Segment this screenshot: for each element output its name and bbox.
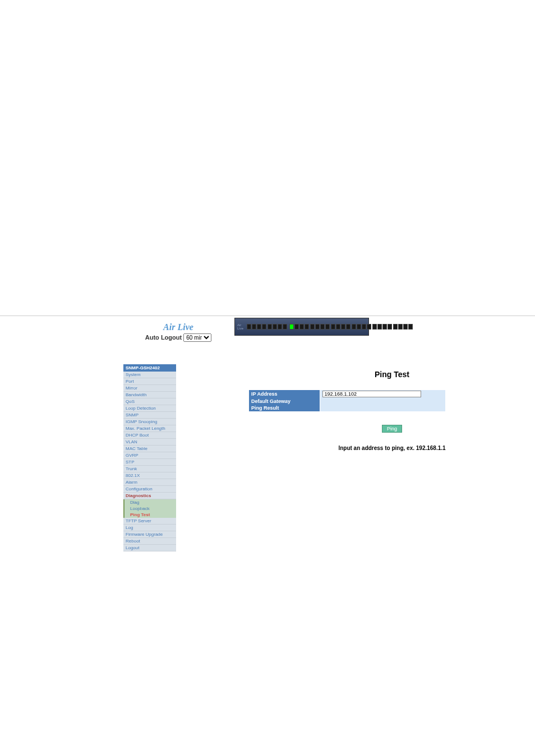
sidebar-item-max-packet-length[interactable]: Max. Packet Length [123,425,176,432]
auto-logout-label: Auto Logout 60 min [122,333,234,342]
sidebar-item-loop-detection[interactable]: Loop Detection [123,405,176,412]
auto-logout-select[interactable]: 60 min [183,333,211,342]
ping-test-table: IP Address Default Gateway Ping Result [249,390,445,411]
brand-logo: Air Live [122,322,234,332]
sidebar-item-configuration[interactable]: Configuration [123,486,176,493]
sidebar-subitem-loopback[interactable]: Loopback [123,505,176,512]
sidebar-subitem-diag[interactable]: Diag [123,499,176,505]
device-panel-image: Air Live [234,318,369,336]
sidebar-item-vlan[interactable]: VLAN [123,439,176,446]
sidebar-item-firmware-upgrade[interactable]: Firmware Upgrade [123,531,176,538]
ping-result-value [320,405,445,411]
sidebar-title: SNMP-GSH2402 [123,364,176,372]
sidebar-item-system[interactable]: System [123,372,176,378]
sidebar-item-gvrp[interactable]: GVRP [123,452,176,459]
sidebar-subitem-ping-test[interactable]: Ping Test [123,512,176,518]
ping-button[interactable]: Ping [382,425,402,433]
default-gateway-label: Default Gateway [249,398,320,405]
ping-hint-text: Input an address to ping, ex. 192.168.1.… [249,445,535,451]
navigation-sidebar: SNMP-GSH2402 System Port Mirror Bandwidt… [123,364,176,551]
sidebar-item-dhcp-boot[interactable]: DHCP Boot [123,432,176,439]
sidebar-item-diagnostics[interactable]: Diagnostics [123,493,176,499]
sidebar-item-snmp[interactable]: SNMP [123,412,176,419]
page-title: Ping Test [249,370,535,379]
sidebar-item-8021x[interactable]: 802.1X [123,472,176,479]
sidebar-item-mac-table[interactable]: MAC Table [123,446,176,452]
ip-address-label: IP Address [249,390,320,398]
sidebar-item-stp[interactable]: STP [123,459,176,466]
sidebar-item-qos[interactable]: QoS [123,398,176,405]
sidebar-item-tftp-server[interactable]: TFTP Server [123,518,176,525]
sidebar-item-port[interactable]: Port [123,378,176,385]
sidebar-item-reboot[interactable]: Reboot [123,538,176,545]
sidebar-item-log[interactable]: Log [123,525,176,531]
sidebar-item-mirror[interactable]: Mirror [123,385,176,392]
sidebar-item-igmp-snooping[interactable]: IGMP Snooping [123,419,176,425]
sidebar-item-alarm[interactable]: Alarm [123,479,176,486]
default-gateway-value [320,398,445,405]
ip-address-input[interactable] [322,391,421,397]
sidebar-item-bandwidth[interactable]: Bandwidth [123,392,176,398]
sidebar-item-trunk[interactable]: Trunk [123,466,176,472]
ping-result-label: Ping Result [249,405,320,411]
sidebar-item-logout[interactable]: Logout [123,545,176,551]
